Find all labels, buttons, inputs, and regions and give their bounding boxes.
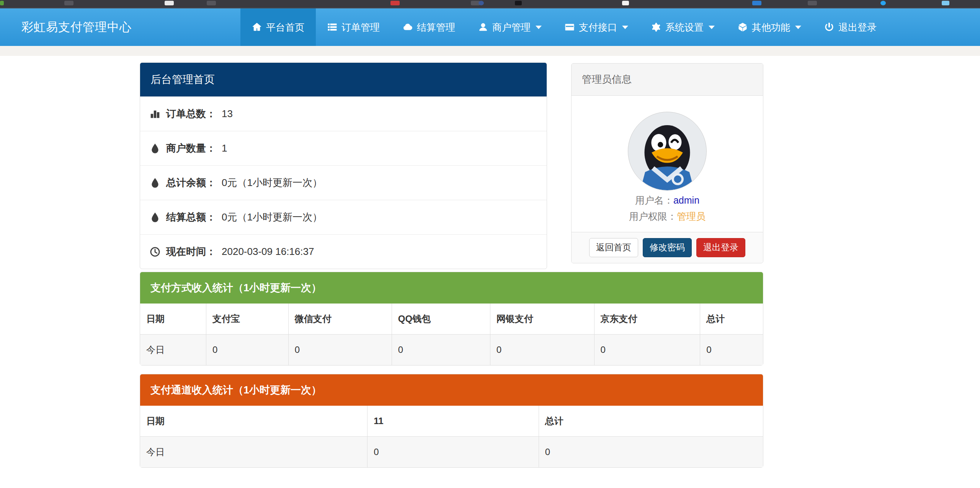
credit-card-icon [565, 22, 575, 32]
username-link[interactable]: admin [673, 195, 699, 206]
panel-title: 管理员信息 [572, 64, 763, 96]
table-row: 今日 0 0 [140, 437, 763, 468]
taskbar-icon[interactable] [0, 1, 4, 5]
table-header-row: 日期 11 总计 [140, 406, 763, 437]
taskbar-icon[interactable] [515, 1, 522, 5]
taskbar-icon[interactable] [390, 1, 400, 5]
role-label: 用户权限： [629, 211, 677, 222]
col-header-jd: 京东支付 [594, 304, 700, 335]
panel-title: 后台管理首页 [140, 63, 547, 96]
droplet-icon [150, 212, 160, 223]
back-home-button[interactable]: 返回首页 [589, 238, 638, 257]
role-badge: 管理员 [677, 211, 706, 222]
user-icon [478, 22, 488, 32]
list-item-order-total: 订单总数： 13 [140, 96, 547, 131]
payment-method-table: 日期 支付宝 微信支付 QQ钱包 网银支付 京东支付 总计 今日 0 0 0 0… [140, 304, 763, 365]
panel-title: 支付通道收入统计（1小时更新一次） [140, 374, 763, 406]
top-navbar: 彩虹易支付管理中心 平台首页 订单管理 结算管理 商户管理 支付接口 系统设置 [0, 8, 980, 46]
change-password-button[interactable]: 修改密码 [643, 238, 692, 257]
admin-home-panel: 后台管理首页 订单总数： 13 商户数量： 1 总计余额： 0元（1小时更新一次… [140, 62, 547, 269]
nav-item-platform-home[interactable]: 平台首页 [240, 8, 316, 46]
nav-item-other-functions[interactable]: 其他功能 [726, 8, 813, 46]
stat-label: 结算总额： [166, 211, 216, 224]
cell-date: 今日 [140, 335, 206, 366]
nav-label: 商户管理 [492, 21, 531, 34]
facebook-icon[interactable] [479, 1, 484, 5]
role-line: 用户权限：管理员 [572, 210, 763, 223]
chevron-down-icon [536, 26, 542, 29]
list-item-total-balance: 总计余额： 0元（1小时更新一次） [140, 165, 547, 200]
nav-label: 平台首页 [266, 21, 304, 34]
nav-item-settlement[interactable]: 结算管理 [391, 8, 467, 46]
cell-total: 0 [700, 335, 763, 366]
payment-channel-table: 日期 11 总计 今日 0 0 [140, 406, 763, 467]
os-taskbar [0, 0, 980, 8]
panel-title: 支付方式收入统计（1小时更新一次） [140, 272, 763, 304]
taskbar-icon[interactable] [808, 1, 817, 5]
payment-method-stats-panel: 支付方式收入统计（1小时更新一次） 日期 支付宝 微信支付 QQ钱包 网银支付 … [140, 272, 763, 366]
payment-channel-stats-panel: 支付通道收入统计（1小时更新一次） 日期 11 总计 今日 0 0 [140, 374, 763, 468]
username-label: 用户名： [635, 195, 673, 206]
taskbar-icon[interactable] [942, 1, 949, 5]
stat-value: 13 [222, 108, 233, 120]
chevron-down-icon [622, 26, 628, 29]
cell-qq-wallet: 0 [392, 335, 490, 366]
clock-icon [150, 246, 160, 257]
stat-value: 1 [222, 142, 227, 154]
navbar-shadow-band [0, 46, 980, 56]
nav-label: 退出登录 [838, 21, 877, 34]
nav-label: 订单管理 [341, 21, 380, 34]
col-header-bank: 网银支付 [490, 304, 594, 335]
stat-label: 商户数量： [166, 142, 216, 155]
nav-item-logout[interactable]: 退出登录 [813, 8, 888, 46]
power-icon [824, 22, 834, 32]
admin-info-panel: 管理员信息 用户名：admin 用户权限：管理员 返回首页 修改密 [571, 63, 763, 263]
col-header-wechat: 微信支付 [288, 304, 392, 335]
col-header-date: 日期 [140, 304, 206, 335]
col-header-total: 总计 [539, 406, 763, 437]
cell-date: 今日 [140, 437, 368, 468]
nav-item-system-settings[interactable]: 系统设置 [640, 8, 726, 46]
nav-item-payment-api[interactable]: 支付接口 [553, 8, 640, 46]
username-line: 用户名：admin [572, 194, 763, 207]
admin-panel-footer: 返回首页 修改密码 退出登录 [572, 232, 763, 263]
list-item-merchant-count: 商户数量： 1 [140, 131, 547, 165]
taskbar-icon[interactable] [165, 1, 174, 5]
col-header-channel-11: 11 [368, 406, 539, 437]
table-header-row: 日期 支付宝 微信支付 QQ钱包 网银支付 京东支付 总计 [140, 304, 763, 335]
stat-label: 现在时间： [166, 245, 216, 258]
cell-bank: 0 [490, 335, 594, 366]
nav-label: 系统设置 [665, 21, 704, 34]
main-nav: 平台首页 订单管理 结算管理 商户管理 支付接口 系统设置 其他功能 [240, 8, 888, 46]
cell-alipay: 0 [206, 335, 288, 366]
nav-label: 支付接口 [579, 21, 617, 34]
cloud-icon [403, 22, 413, 32]
col-header-alipay: 支付宝 [206, 304, 288, 335]
chevron-down-icon [795, 26, 801, 29]
taskbar-icon[interactable] [752, 1, 761, 5]
taskbar-icon[interactable] [64, 1, 74, 5]
droplet-icon [150, 143, 160, 154]
nav-label: 结算管理 [417, 21, 455, 34]
stat-value: 2020-03-09 16:16:37 [222, 246, 314, 258]
cell-wechat: 0 [288, 335, 392, 366]
nav-item-orders[interactable]: 订单管理 [316, 8, 391, 46]
bar-chart-icon [150, 109, 160, 119]
cube-icon [738, 22, 748, 32]
table-row: 今日 0 0 0 0 0 0 [140, 335, 763, 366]
stat-label: 订单总数： [166, 107, 216, 121]
list-item-settlement-total: 结算总额： 0元（1小时更新一次） [140, 200, 547, 234]
list-icon [327, 22, 337, 32]
droplet-icon [150, 178, 160, 188]
avatar [628, 112, 707, 191]
stat-label: 总计余额： [166, 176, 216, 189]
nav-item-merchants[interactable]: 商户管理 [467, 8, 553, 46]
brand-title[interactable]: 彩虹易支付管理中心 [21, 8, 132, 46]
cell-total: 0 [539, 437, 763, 468]
logout-button[interactable]: 退出登录 [696, 238, 745, 257]
twitter-icon[interactable] [880, 1, 886, 5]
taskbar-icon[interactable] [207, 1, 216, 5]
stat-value: 0元（1小时更新一次） [222, 211, 322, 224]
list-item-current-time: 现在时间： 2020-03-09 16:16:37 [140, 234, 547, 269]
taskbar-icon[interactable] [622, 1, 629, 5]
